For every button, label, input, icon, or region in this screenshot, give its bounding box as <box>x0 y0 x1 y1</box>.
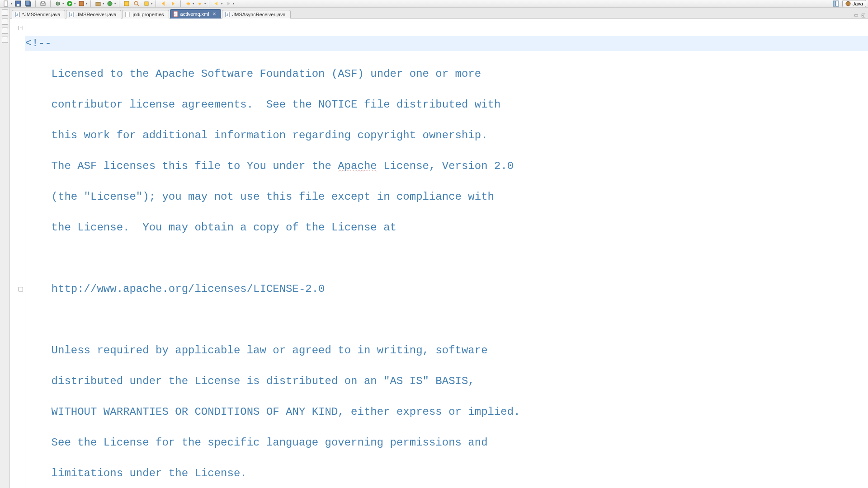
svg-rect-31 <box>126 12 130 17</box>
svg-marker-23 <box>227 2 230 5</box>
tab-jmsreceiver[interactable]: J JMSReceiver.java <box>66 10 121 19</box>
perspective-java[interactable]: Java <box>842 0 866 7</box>
code-line: The ASF licenses this file to You under … <box>25 160 338 172</box>
debug-icon[interactable] <box>54 0 61 7</box>
nav-back-icon[interactable] <box>160 0 167 7</box>
new-icon[interactable] <box>3 0 10 7</box>
tab-label: jndi.properties <box>132 12 164 17</box>
svg-rect-4 <box>25 1 30 5</box>
svg-point-12 <box>108 1 112 6</box>
svg-rect-10 <box>79 1 84 6</box>
java-file-icon: J <box>69 12 75 17</box>
editor-tabbar: J *JMSSender.java J JMSReceiver.java jnd… <box>10 8 868 19</box>
code-line: limitations under the License. <box>25 467 247 479</box>
tab-jndi-properties[interactable]: jndi.properties <box>122 10 169 19</box>
tab-label: activemq.xml <box>180 11 209 17</box>
fold-gutter: − − <box>10 19 25 488</box>
code-line: <!-- <box>25 37 52 49</box>
minimized-view-icon[interactable] <box>2 37 8 43</box>
back-history-icon[interactable] <box>213 0 220 7</box>
close-icon[interactable]: × <box>213 11 216 17</box>
main-area: J *JMSSender.java J JMSReceiver.java jnd… <box>0 8 868 488</box>
dropdown-icon[interactable]: ▾ <box>74 2 76 5</box>
dropdown-icon[interactable]: ▾ <box>114 2 116 5</box>
svg-marker-18 <box>172 1 175 6</box>
dropdown-icon[interactable]: ▾ <box>62 2 64 5</box>
svg-rect-16 <box>145 2 148 5</box>
code-line: Licensed to the Apache Software Foundati… <box>25 68 481 80</box>
code-line: distributed under the License is distrib… <box>25 375 475 387</box>
editor-area: J *JMSSender.java J JMSReceiver.java jnd… <box>10 8 868 488</box>
separator <box>90 0 91 7</box>
dropdown-icon[interactable]: ▾ <box>86 2 88 5</box>
open-perspective-icon[interactable] <box>832 0 840 7</box>
svg-line-15 <box>137 5 139 6</box>
code-line: this work for additional information reg… <box>25 129 488 141</box>
print-icon[interactable] <box>39 0 47 7</box>
toggle-icon[interactable] <box>143 0 150 7</box>
code-line: http://www.apache.org/licenses/LICENSE-2… <box>25 283 325 295</box>
svg-rect-24 <box>833 1 835 6</box>
svg-marker-17 <box>162 1 165 6</box>
minimized-view-icon[interactable] <box>2 19 8 25</box>
tab-label: JMSReceiver.java <box>76 12 116 17</box>
run-icon[interactable] <box>66 0 73 7</box>
nav-fwd-icon[interactable] <box>170 0 177 7</box>
tab-jmsasyncreceiver[interactable]: J JMSAsyncReceiver.java <box>222 10 291 19</box>
fold-toggle-icon[interactable]: − <box>19 26 23 30</box>
svg-rect-11 <box>96 2 100 6</box>
code-line: See the License for the specific languag… <box>25 436 488 449</box>
maximize-icon[interactable]: ◱ <box>860 12 866 18</box>
java-file-icon: J <box>225 12 231 17</box>
svg-rect-6 <box>42 1 44 3</box>
svg-marker-21 <box>198 3 202 5</box>
save-icon[interactable] <box>14 0 22 7</box>
properties-file-icon <box>125 12 131 17</box>
svg-rect-25 <box>836 1 839 6</box>
separator <box>180 0 181 7</box>
svg-text:J: J <box>226 13 228 16</box>
dropdown-icon[interactable]: ▾ <box>204 2 206 5</box>
svg-text:J: J <box>71 13 72 16</box>
new-package-icon[interactable] <box>94 0 102 7</box>
dropdown-icon[interactable]: ▾ <box>233 2 235 5</box>
restore-view-icon[interactable] <box>2 9 8 16</box>
minimize-icon[interactable]: ▭ <box>853 12 859 18</box>
java-perspective-icon <box>845 1 851 6</box>
fwd-history-icon[interactable] <box>225 0 232 7</box>
svg-rect-2 <box>17 4 19 6</box>
dropdown-icon[interactable]: ▾ <box>193 2 194 5</box>
svg-point-14 <box>134 1 138 5</box>
svg-point-26 <box>846 1 850 6</box>
code-content[interactable]: <!-- Licensed to the Apache Software Fou… <box>25 19 868 488</box>
separator <box>209 0 209 7</box>
last-edit-icon[interactable] <box>184 0 192 7</box>
dropdown-icon[interactable]: ▾ <box>103 2 104 5</box>
dropdown-icon[interactable]: ▾ <box>221 2 223 5</box>
svg-text:X: X <box>174 13 176 16</box>
code-line: Unless required by applicable law or agr… <box>25 344 488 357</box>
tab-jmssender[interactable]: J *JMSSender.java <box>12 10 65 19</box>
java-file-icon: J <box>15 12 20 17</box>
code-editor[interactable]: − − <!-- Licensed to the Apache Software… <box>10 19 868 488</box>
svg-marker-19 <box>186 2 189 5</box>
fold-toggle-icon[interactable]: − <box>19 287 23 291</box>
code-line: contributor license agreements. See the … <box>25 99 500 111</box>
external-tool-icon[interactable] <box>78 0 85 7</box>
save-all-icon[interactable] <box>24 0 32 7</box>
dropdown-icon[interactable]: ▾ <box>11 2 13 5</box>
separator <box>156 0 156 7</box>
search-icon[interactable] <box>133 0 140 7</box>
separator <box>50 0 51 7</box>
new-class-icon[interactable] <box>106 0 113 7</box>
separator <box>119 0 119 7</box>
open-type-icon[interactable] <box>123 0 130 7</box>
next-annotation-icon[interactable] <box>196 0 203 7</box>
perspective-label: Java <box>853 1 863 6</box>
svg-rect-13 <box>124 1 129 6</box>
xml-file-icon: X <box>173 11 179 17</box>
tab-activemq-xml[interactable]: X activemq.xml × <box>170 9 221 19</box>
separator <box>35 0 36 7</box>
dropdown-icon[interactable]: ▾ <box>151 2 153 5</box>
minimized-view-icon[interactable] <box>2 28 8 34</box>
